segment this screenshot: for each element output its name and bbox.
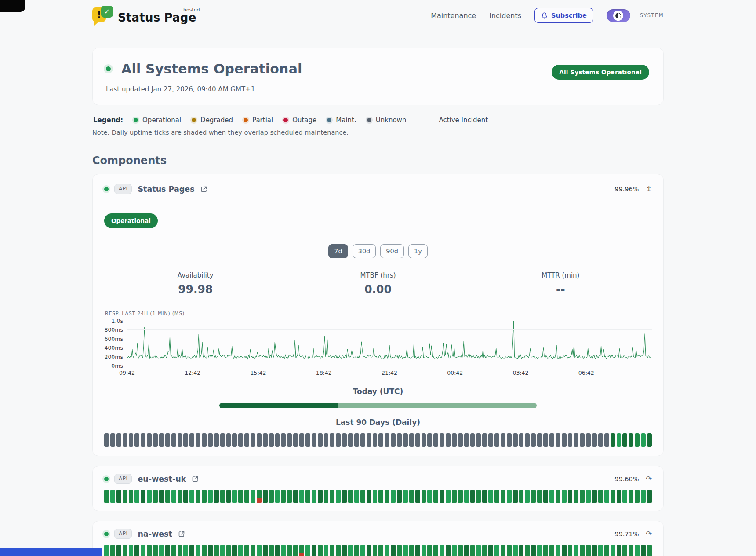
uptime-tick[interactable] (488, 433, 493, 447)
uptime-tick[interactable] (342, 490, 347, 503)
uptime-tick[interactable] (622, 490, 627, 503)
uptime-tick[interactable] (104, 433, 109, 447)
uptime-tick[interactable] (391, 490, 396, 503)
uptime-tick[interactable] (189, 545, 194, 556)
uptime-tick[interactable] (629, 545, 633, 556)
uptime-tick[interactable] (129, 433, 134, 447)
uptime-tick[interactable] (580, 433, 585, 447)
uptime-tick[interactable] (293, 433, 298, 447)
uptime-tick[interactable] (354, 545, 359, 556)
uptime-tick[interactable] (208, 545, 213, 556)
uptime-tick[interactable] (318, 490, 323, 503)
uptime-tick[interactable] (299, 433, 304, 447)
uptime-tick[interactable] (183, 545, 188, 556)
uptime-tick[interactable] (367, 545, 371, 556)
uptime-tick[interactable] (110, 433, 115, 447)
uptime-tick[interactable] (123, 490, 127, 503)
uptime-tick[interactable] (104, 490, 109, 503)
uptime-tick[interactable] (178, 490, 182, 503)
uptime-tick[interactable] (470, 433, 475, 447)
uptime-tick[interactable] (476, 433, 481, 447)
uptime-tick[interactable] (257, 433, 262, 447)
uptime-tick[interactable] (488, 545, 493, 556)
uptime-tick[interactable] (458, 433, 463, 447)
uptime-tick[interactable] (263, 545, 268, 556)
uptime-tick[interactable] (269, 490, 274, 503)
uptime-tick[interactable] (519, 545, 524, 556)
uptime-tick[interactable] (531, 490, 536, 503)
uptime-tick[interactable] (604, 545, 609, 556)
uptime-tick[interactable] (403, 433, 408, 447)
uptime-tick[interactable] (183, 433, 188, 447)
uptime-tick[interactable] (214, 545, 219, 556)
uptime-tick[interactable] (129, 490, 134, 503)
uptime-tick[interactable] (635, 490, 640, 503)
uptime-tick[interactable] (458, 545, 463, 556)
uptime-tick[interactable] (275, 433, 280, 447)
uptime-tick[interactable] (269, 433, 274, 447)
uptime-tick[interactable] (354, 433, 359, 447)
uptime-tick[interactable] (238, 433, 243, 447)
uptime-tick[interactable] (592, 490, 597, 503)
uptime-tick[interactable] (647, 545, 652, 556)
uptime-tick[interactable] (537, 545, 542, 556)
uptime-tick[interactable] (226, 433, 231, 447)
uptime-tick[interactable] (422, 490, 426, 503)
uptime-tick[interactable] (147, 545, 152, 556)
uptime-tick[interactable] (586, 433, 591, 447)
uptime-tick[interactable] (611, 490, 615, 503)
uptime-tick[interactable] (470, 545, 475, 556)
uptime-tick[interactable] (342, 545, 347, 556)
uptime-tick[interactable] (385, 490, 389, 503)
uptime-tick[interactable] (574, 490, 578, 503)
uptime-tick[interactable] (537, 433, 542, 447)
uptime-tick[interactable] (562, 490, 567, 503)
uptime-tick[interactable] (129, 545, 134, 556)
uptime-tick[interactable] (464, 545, 469, 556)
uptime-tick[interactable] (134, 433, 139, 447)
uptime-tick[interactable] (604, 433, 609, 447)
uptime-tick[interactable] (263, 433, 268, 447)
uptime-tick[interactable] (598, 490, 603, 503)
uptime-tick[interactable] (141, 490, 145, 503)
uptime-tick[interactable] (427, 545, 432, 556)
uptime-tick[interactable] (549, 490, 554, 503)
uptime-tick[interactable] (147, 433, 152, 447)
uptime-tick[interactable] (446, 433, 451, 447)
uptime-tick[interactable] (208, 490, 213, 503)
uptime-tick[interactable] (171, 433, 176, 447)
uptime-tick[interactable] (367, 433, 371, 447)
uptime-tick[interactable] (622, 545, 627, 556)
uptime-tick[interactable] (409, 433, 414, 447)
uptime-tick[interactable] (635, 545, 640, 556)
uptime-tick[interactable] (134, 490, 139, 503)
uptime-tick[interactable] (287, 433, 292, 447)
uptime-tick[interactable] (635, 433, 640, 447)
uptime-tick[interactable] (348, 545, 353, 556)
uptime-tick[interactable] (494, 545, 499, 556)
uptime-tick[interactable] (275, 545, 280, 556)
uptime-tick[interactable] (586, 545, 591, 556)
uptime-tick[interactable] (196, 490, 200, 503)
uptime-tick[interactable] (116, 545, 121, 556)
uptime-tick[interactable] (568, 545, 573, 556)
uptime-tick[interactable] (470, 490, 475, 503)
uptime-tick[interactable] (397, 433, 402, 447)
uptime-tick[interactable] (153, 433, 158, 447)
uptime-tick[interactable] (330, 545, 334, 556)
uptime-tick[interactable] (232, 545, 237, 556)
uptime-tick[interactable] (440, 545, 444, 556)
uptime-tick[interactable] (287, 545, 292, 556)
uptime-tick[interactable] (342, 433, 347, 447)
uptime-tick[interactable] (543, 545, 548, 556)
uptime-tick[interactable] (629, 433, 633, 447)
uptime-tick[interactable] (293, 490, 298, 503)
uptime-tick[interactable] (549, 545, 554, 556)
uptime-tick[interactable] (165, 545, 170, 556)
uptime-tick[interactable] (525, 490, 530, 503)
uptime-tick[interactable] (549, 433, 554, 447)
uptime-tick[interactable] (531, 433, 536, 447)
uptime-tick[interactable] (531, 545, 536, 556)
uptime-tick[interactable] (641, 545, 646, 556)
collapse-arrow-icon[interactable]: ↥ (646, 186, 652, 193)
